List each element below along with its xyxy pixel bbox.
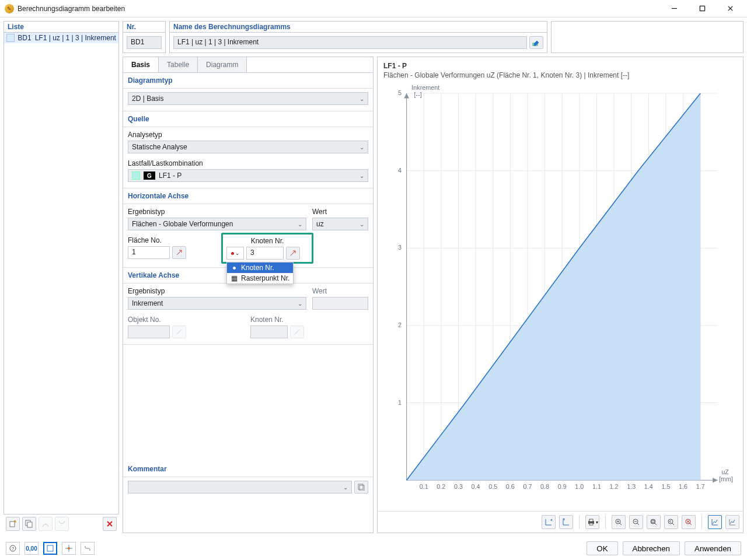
chart-zoom-in-button[interactable] bbox=[612, 515, 626, 529]
svg-rect-59 bbox=[589, 523, 593, 525]
svg-text:1.1: 1.1 bbox=[592, 483, 601, 490]
analysetyp-select[interactable]: Statische Analyse⌄ bbox=[128, 141, 368, 153]
section-diagrammtyp-title: Diagrammtyp bbox=[123, 73, 373, 89]
knoten-input[interactable]: 3 bbox=[246, 247, 284, 260]
flaeche-pick-button[interactable] bbox=[172, 246, 186, 259]
titlebar: ✎ Berechnungsdiagramm bearbeiten bbox=[0, 0, 747, 18]
chart-zoom-reset-button[interactable] bbox=[682, 515, 696, 529]
dropdown-opt-rasterpunkt[interactable]: ▦Rasterpunkt Nr. bbox=[227, 273, 293, 284]
list-item-text: LF1 | uz | 1 | 3 | Inkrement bbox=[35, 34, 116, 42]
copy-diagram-button[interactable] bbox=[22, 517, 36, 531]
chart-mode-2-button[interactable] bbox=[725, 515, 739, 529]
dropdown-opt-knoten[interactable]: Knoten Nr. bbox=[227, 262, 293, 273]
close-button[interactable] bbox=[718, 1, 742, 17]
flaeche-input[interactable]: 1 bbox=[128, 246, 170, 259]
h-ergebnistyp-label: Ergebnistyp bbox=[128, 208, 306, 216]
svg-rect-58 bbox=[589, 519, 593, 522]
info-panel bbox=[551, 21, 743, 53]
chart-zoom-window-button[interactable] bbox=[647, 515, 661, 529]
toolbar-btn-3[interactable] bbox=[39, 517, 53, 531]
h-wert-select[interactable]: uz⌄ bbox=[312, 218, 368, 230]
svg-text:0.3: 0.3 bbox=[454, 483, 463, 490]
knoten-type-dropdown[interactable]: Knoten Nr. ▦Rasterpunkt Nr. bbox=[226, 262, 294, 284]
svg-text:0.6: 0.6 bbox=[506, 483, 515, 490]
chart-zoom-prev-button[interactable] bbox=[664, 515, 678, 529]
number-panel: Nr. BD1 bbox=[123, 21, 166, 53]
v-wert-label: Wert bbox=[312, 287, 368, 295]
apply-button[interactable]: Anwenden bbox=[685, 541, 741, 555]
v-knoten-pick-button bbox=[290, 326, 304, 338]
chart-axes-x-button[interactable] bbox=[542, 515, 556, 529]
edit-name-button[interactable] bbox=[529, 36, 543, 49]
svg-text:1.2: 1.2 bbox=[610, 483, 619, 490]
cancel-button[interactable]: Abbrechen bbox=[623, 541, 680, 555]
svg-text:1.5: 1.5 bbox=[661, 483, 670, 490]
svg-text:1.3: 1.3 bbox=[627, 483, 636, 490]
svg-text:2: 2 bbox=[398, 321, 402, 328]
flaeche-label: Fläche No. bbox=[128, 236, 215, 244]
analysetyp-label: Analysetyp bbox=[128, 131, 368, 139]
chart-zoom-out-button[interactable] bbox=[629, 515, 643, 529]
chart-title: LF1 - P bbox=[383, 62, 737, 71]
loadcase-value: LF1 - P bbox=[159, 172, 181, 180]
help-button[interactable]: ? bbox=[6, 542, 20, 555]
name-panel: Name des Berechnungsdiagramms LF1 | uz |… bbox=[169, 21, 547, 53]
chart-panel: LF1 - P Flächen - Globale Verformungen u… bbox=[377, 57, 743, 533]
section-hachse-title: Horizontale Achse bbox=[123, 188, 373, 204]
ok-button[interactable]: OK bbox=[587, 541, 617, 555]
lastfall-label: Lastfall/Lastkombination bbox=[128, 159, 368, 167]
svg-rect-6 bbox=[359, 485, 364, 491]
v-ergebnistyp-select[interactable]: Inkrement⌄ bbox=[128, 297, 306, 310]
svg-text:4: 4 bbox=[398, 167, 402, 174]
chart-axes-y-button[interactable] bbox=[559, 515, 573, 529]
chart-subtitle: Flächen - Globale Verformungen uZ (Fläch… bbox=[383, 71, 737, 80]
node-dot-icon bbox=[231, 252, 234, 255]
view-button[interactable] bbox=[43, 542, 57, 555]
h-ergebnistyp-select[interactable]: Flächen - Globale Verformungen⌄ bbox=[128, 218, 306, 230]
svg-text:[mm]: [mm] bbox=[719, 476, 733, 483]
tab-basis[interactable]: Basis bbox=[123, 57, 159, 72]
svg-text:0.7: 0.7 bbox=[523, 483, 532, 490]
toolbar-btn-4[interactable] bbox=[55, 517, 69, 531]
minimize-button[interactable] bbox=[662, 1, 686, 17]
results-button[interactable] bbox=[62, 542, 76, 555]
kommentar-edit-button[interactable] bbox=[354, 481, 368, 494]
dialog-buttons: ? 0,00 OK Abbrechen Anwenden bbox=[0, 537, 747, 560]
svg-text:1.4: 1.4 bbox=[644, 483, 653, 490]
maximize-button[interactable] bbox=[690, 1, 714, 17]
svg-rect-63 bbox=[652, 520, 654, 523]
tab-tabelle[interactable]: Tabelle bbox=[159, 57, 198, 72]
window-title: Berechnungsdiagramm bearbeiten bbox=[18, 5, 125, 13]
svg-rect-5 bbox=[358, 484, 363, 489]
loadcase-swatch bbox=[132, 172, 140, 180]
list-item-swatch bbox=[6, 34, 15, 42]
list-item-id: BD1 bbox=[18, 34, 31, 42]
diagrammtyp-select[interactable]: 2D | Basis⌄ bbox=[128, 92, 368, 105]
knoten-pick-button[interactable] bbox=[286, 247, 300, 260]
list-item[interactable]: BD1 LF1 | uz | 1 | 3 | Inkrement bbox=[4, 33, 118, 43]
units-button[interactable]: 0,00 bbox=[25, 542, 39, 555]
number-value[interactable]: BD1 bbox=[127, 36, 162, 49]
v-objekt-pick-button bbox=[172, 326, 186, 338]
kommentar-select[interactable]: ⌄ bbox=[128, 481, 352, 494]
chart-mode-1-button[interactable] bbox=[708, 515, 722, 529]
tab-diagramm[interactable]: Diagramm bbox=[198, 57, 247, 72]
list-toolbar bbox=[4, 514, 119, 533]
script-button[interactable] bbox=[81, 542, 95, 555]
delete-diagram-button[interactable] bbox=[103, 517, 117, 531]
svg-text:3: 3 bbox=[398, 244, 402, 251]
name-value[interactable]: LF1 | uz | 1 | 3 | Inkrement bbox=[173, 36, 527, 49]
new-diagram-button[interactable] bbox=[6, 517, 20, 531]
lastfall-select[interactable]: G LF1 - P ⌄ bbox=[128, 169, 368, 182]
app-icon: ✎ bbox=[5, 4, 14, 13]
knoten-type-select[interactable]: ⌄ bbox=[226, 247, 244, 260]
svg-text:1: 1 bbox=[398, 399, 402, 406]
chart-print-button[interactable]: ▾ bbox=[585, 515, 599, 529]
svg-text:0.9: 0.9 bbox=[558, 483, 567, 490]
diagram-list[interactable]: BD1 LF1 | uz | 1 | 3 | Inkrement bbox=[4, 33, 118, 514]
form-panel: Basis Tabelle Diagramm Diagrammtyp 2D | … bbox=[123, 57, 374, 533]
svg-rect-1 bbox=[10, 522, 15, 527]
tab-strip: Basis Tabelle Diagramm bbox=[123, 57, 373, 73]
section-quelle-title: Quelle bbox=[123, 111, 373, 127]
svg-text:1.7: 1.7 bbox=[696, 483, 705, 490]
